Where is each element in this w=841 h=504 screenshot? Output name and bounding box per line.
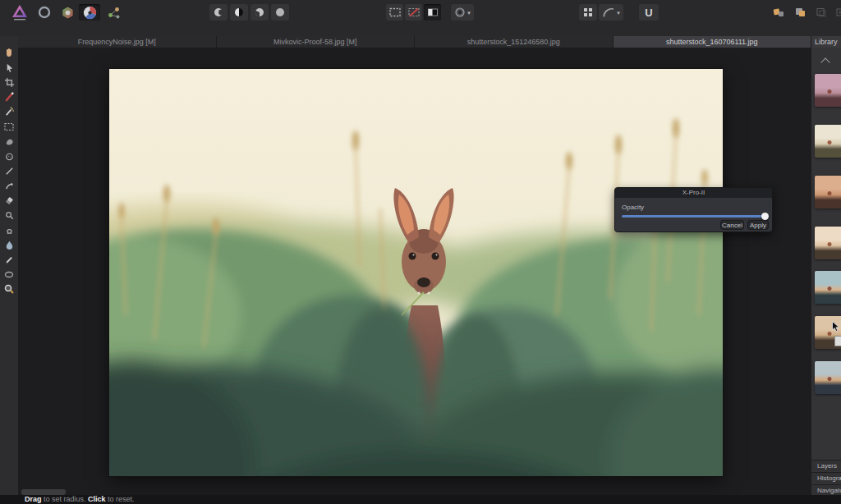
library-panel-tab[interactable]: Library	[811, 36, 841, 48]
horizontal-scrollbar-thumb[interactable]	[21, 489, 66, 495]
caret-down-icon: ▾	[467, 10, 471, 16]
preset-thumbnail-4[interactable]	[815, 227, 841, 259]
tone-mapping-persona-icon[interactable]	[79, 4, 100, 21]
curve-dropdown-icon[interactable]: ▾	[599, 4, 623, 21]
status-hint-drag: Drag	[25, 495, 42, 503]
status-hint-click: Click	[88, 495, 106, 503]
duplicate-overlay-icon[interactable]	[792, 4, 808, 21]
blur-tool[interactable]	[0, 237, 18, 252]
tab-shutterstock-151246580[interactable]: shutterstock_151246580.jpg	[415, 36, 614, 48]
snapping-magnet-icon[interactable]: U	[639, 4, 659, 21]
overlay-style-picker[interactable]: ▾	[451, 4, 474, 21]
tab-mivkovic-proof[interactable]: Mivkovic-Proof-58.jpg [M]	[217, 36, 416, 48]
mask-overlay-icon[interactable]	[424, 4, 441, 21]
view-tool[interactable]	[0, 45, 18, 60]
develop-persona-icon[interactable]	[57, 4, 77, 21]
clone-tool[interactable]	[0, 208, 18, 222]
healing-tool[interactable]	[0, 104, 18, 119]
after-view-icon[interactable]	[271, 4, 289, 21]
blemish-removal-tool[interactable]	[0, 89, 18, 104]
caret-down-icon: ▾	[617, 10, 620, 16]
zoom-tool[interactable]	[0, 282, 18, 296]
tool-rail	[0, 36, 18, 495]
marquee-overlay-icon[interactable]	[386, 4, 403, 21]
split-view-icon[interactable]	[230, 4, 248, 21]
flood-select-tool[interactable]	[0, 134, 18, 149]
delete-overlay-icon[interactable]	[813, 4, 830, 21]
red-eye-tool[interactable]	[0, 267, 18, 282]
opacity-label: Opacity	[622, 204, 644, 211]
preset-thumbnail-5[interactable]	[815, 271, 841, 304]
merge-overlay-icon[interactable]	[832, 4, 841, 21]
mouse-cursor-icon	[832, 321, 840, 336]
status-hint-text: to set radius.	[42, 495, 89, 503]
no-overlay-icon[interactable]	[405, 4, 422, 21]
liquify-persona-icon[interactable]	[34, 4, 54, 21]
marquee-tool[interactable]	[0, 119, 18, 134]
eraser-tool[interactable]	[0, 193, 18, 208]
preset-thumbnail-2[interactable]	[815, 125, 841, 158]
status-hint-text: to reset.	[106, 495, 135, 503]
preset-thumbnail-7[interactable]	[815, 361, 841, 394]
drag-preview-box	[834, 336, 841, 346]
affinity-photo-logo	[8, 2, 31, 22]
burn-curve-tool[interactable]	[0, 178, 18, 193]
panel-tab-navigator[interactable]: Navigator	[811, 484, 841, 496]
preset-thumbnail-1[interactable]	[815, 74, 841, 107]
chevron-up-icon[interactable]	[820, 57, 830, 66]
before-view-icon[interactable]	[209, 4, 227, 21]
opacity-slider[interactable]	[622, 215, 767, 218]
grid-icon[interactable]	[579, 4, 597, 21]
dodge-tool[interactable]	[0, 163, 18, 178]
move-tool[interactable]	[0, 60, 18, 75]
apply-button[interactable]: Apply	[747, 220, 769, 230]
dialog-title-bar[interactable]: X-Pro-II	[615, 188, 772, 198]
panel-tab-histogram[interactable]: Histogram	[811, 472, 841, 483]
library-panel	[811, 48, 841, 495]
export-persona-icon[interactable]	[103, 4, 123, 21]
filter-dialog: X-Pro-II Opacity Cancel Apply	[614, 187, 773, 232]
preset-thumbnail-3[interactable]	[815, 176, 841, 208]
new-overlay-icon[interactable]	[770, 4, 787, 21]
panel-tab-layers[interactable]: Layers	[811, 460, 841, 471]
top-toolbar: ▾ ▾ U	[0, 0, 841, 36]
status-bar: Drag to set radius. Click to reset.	[0, 495, 841, 504]
opacity-slider-fill	[622, 215, 767, 218]
stamp-tool[interactable]	[0, 222, 18, 237]
opacity-slider-knob[interactable]	[761, 213, 769, 220]
tab-shutterstock-160706111[interactable]: shutterstock_160706111.jpg	[614, 36, 812, 48]
document-tab-bar: FrequencyNoise.jpg [M] Mivkovic-Proof-58…	[18, 36, 811, 48]
photo-deer-in-field[interactable]	[109, 69, 723, 476]
cancel-button[interactable]: Cancel	[720, 220, 744, 230]
pencil-tool[interactable]	[0, 252, 18, 267]
sponge-tool[interactable]	[0, 149, 18, 163]
tab-frequencynoise[interactable]: FrequencyNoise.jpg [M]	[18, 36, 217, 48]
mirror-view-icon[interactable]	[250, 4, 269, 21]
crop-tool[interactable]	[0, 75, 18, 89]
